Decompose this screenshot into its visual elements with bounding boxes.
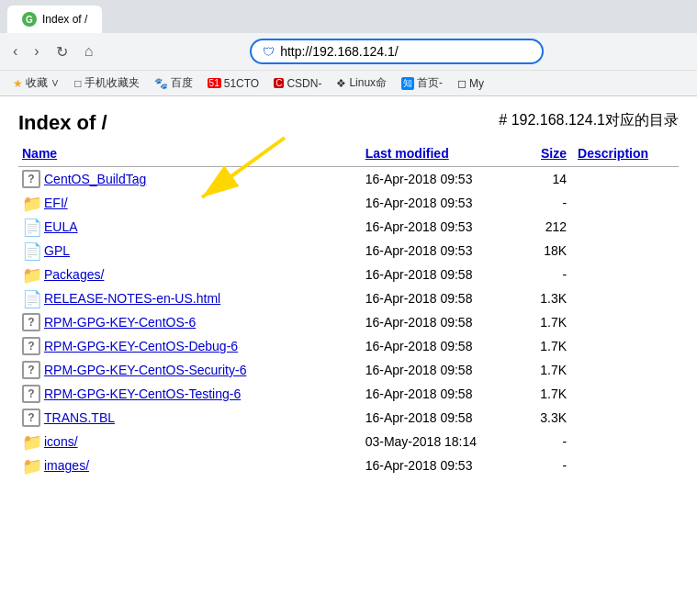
file-size-cell: 1.3K: [526, 286, 574, 310]
file-icon-unknown: ?: [22, 385, 40, 403]
table-row: ? TRANS.TBL 16-Apr-2018 09:58 3.3K: [18, 406, 679, 430]
bookmark-51cto[interactable]: 51 51CTO: [202, 75, 265, 92]
table-row: 📄 RELEASE-NOTES-en-US.html 16-Apr-2018 0…: [18, 286, 679, 310]
table-row: ? RPM-GPG-KEY-CentOS-6 16-Apr-2018 09:58…: [18, 310, 679, 334]
bookmark-label: 首页-: [417, 75, 443, 91]
file-table: Name Last modified Size Description ? Ce…: [18, 142, 679, 477]
file-name-cell: ? TRANS.TBL: [18, 406, 362, 430]
table-row: ? RPM-GPG-KEY-CentOS-Debug-6 16-Apr-2018…: [18, 334, 679, 358]
51cto-icon: 51: [208, 78, 221, 88]
file-modified-cell: 16-Apr-2018 09:53: [362, 191, 526, 215]
file-link[interactable]: icons/: [44, 434, 78, 449]
page-header: Index of / # 192.168.124.1对应的目录: [18, 111, 679, 135]
bookmark-collections[interactable]: ★ 收藏 ∨: [7, 73, 65, 93]
file-icon-folder: 📁: [22, 265, 40, 284]
file-size-cell: -: [526, 263, 574, 286]
file-name-cell: 📄 RELEASE-NOTES-en-US.html: [18, 286, 362, 310]
table-row: ? RPM-GPG-KEY-CentOS-Security-6 16-Apr-2…: [18, 358, 679, 382]
file-size-cell: 1.7K: [526, 382, 574, 406]
file-modified-cell: 16-Apr-2018 09:58: [362, 334, 526, 358]
file-name-cell: ? RPM-GPG-KEY-CentOS-6: [18, 310, 362, 334]
table-header-row: Name Last modified Size Description: [18, 142, 679, 167]
csdn-icon: C: [274, 78, 284, 88]
file-modified-cell: 03-May-2018 18:14: [362, 430, 526, 454]
file-desc-cell: [574, 310, 679, 334]
table-row: 📁 images/ 16-Apr-2018 09:53 -: [18, 454, 679, 477]
file-name-cell: 📄 GPL: [18, 239, 362, 263]
file-icon-unknown: ?: [22, 361, 40, 379]
file-link[interactable]: RPM-GPG-KEY-CentOS-Security-6: [44, 363, 246, 377]
tab-favicon: G: [22, 12, 37, 27]
file-size-cell: 212: [526, 215, 574, 239]
column-size[interactable]: Size: [526, 142, 574, 167]
file-link[interactable]: EULA: [44, 219, 78, 234]
file-link[interactable]: RPM-GPG-KEY-CentOS-Testing-6: [44, 386, 241, 401]
file-modified-cell: 16-Apr-2018 09:58: [362, 406, 526, 430]
file-desc-cell: [574, 454, 679, 477]
file-modified-cell: 16-Apr-2018 09:53: [362, 215, 526, 239]
back-button[interactable]: ‹: [7, 39, 23, 63]
file-size-cell: -: [526, 454, 574, 477]
file-icon-unknown: ?: [22, 409, 40, 427]
file-size-cell: 3.3K: [526, 406, 574, 430]
linux-icon: ❖: [336, 77, 346, 90]
file-icon-folder: 📁: [22, 194, 40, 212]
file-name-cell: ? RPM-GPG-KEY-CentOS-Testing-6: [18, 382, 362, 406]
file-icon-unknown: ?: [22, 170, 40, 188]
file-list: ? CentOS_BuildTag 16-Apr-2018 09:53 14 📁…: [18, 167, 679, 478]
bookmark-baidu[interactable]: 🐾 百度: [149, 73, 198, 93]
file-link[interactable]: RPM-GPG-KEY-CentOS-Debug-6: [44, 339, 238, 353]
bookmark-label: 手机收藏夹: [84, 75, 140, 91]
svg-line-1: [202, 138, 285, 197]
active-tab[interactable]: G Index of /: [7, 6, 102, 33]
file-name-cell: ? RPM-GPG-KEY-CentOS-Debug-6: [18, 334, 362, 358]
file-link[interactable]: images/: [44, 458, 89, 473]
file-size-cell: 14: [526, 167, 574, 192]
file-link[interactable]: Packages/: [44, 267, 104, 282]
file-link[interactable]: EFI/: [44, 196, 68, 210]
column-modified[interactable]: Last modified: [362, 142, 526, 167]
file-link[interactable]: RELEASE-NOTES-en-US.html: [44, 291, 220, 306]
zhihu-icon: 知: [401, 77, 414, 90]
star-icon: ★: [13, 77, 23, 90]
file-link[interactable]: CentOS_BuildTag: [44, 172, 146, 186]
column-description[interactable]: Description: [574, 142, 679, 167]
address-bar[interactable]: 🛡 http://192.168.124.1/: [250, 39, 544, 64]
bookmark-label: 收藏 ∨: [26, 75, 60, 91]
file-desc-cell: [574, 430, 679, 454]
my-icon: ◻: [457, 77, 467, 90]
file-name-cell: 📄 EULA: [18, 215, 362, 239]
page-content: Index of / # 192.168.124.1对应的目录 Name L: [0, 96, 697, 492]
file-icon-unknown: ?: [22, 313, 40, 331]
file-link[interactable]: GPL: [44, 243, 70, 258]
file-desc-cell: [574, 167, 679, 192]
file-icon-folder: 📁: [22, 456, 40, 475]
bookmark-linux[interactable]: ❖ Linux命: [331, 73, 392, 93]
bookmark-my[interactable]: ◻ My: [452, 75, 489, 92]
file-link[interactable]: TRANS.TBL: [44, 410, 115, 425]
file-modified-cell: 16-Apr-2018 09:58: [362, 310, 526, 334]
refresh-button[interactable]: ↻: [51, 39, 73, 64]
forward-button[interactable]: ›: [28, 39, 44, 63]
table-row: ? CentOS_BuildTag 16-Apr-2018 09:53 14: [18, 167, 679, 192]
table-row: 📁 Packages/ 16-Apr-2018 09:58 -: [18, 263, 679, 286]
file-desc-cell: [574, 191, 679, 215]
home-button[interactable]: ⌂: [79, 39, 99, 63]
bookmark-zhihu[interactable]: 知 首页-: [396, 73, 448, 93]
bookmark-label: 百度: [171, 75, 193, 91]
bookmark-csdn[interactable]: C CSDN-: [268, 75, 327, 92]
arrow-annotation: [147, 133, 331, 207]
file-desc-cell: [574, 406, 679, 430]
file-icon-text: 📄: [22, 218, 40, 236]
file-desc-cell: [574, 263, 679, 286]
file-modified-cell: 16-Apr-2018 09:53: [362, 167, 526, 192]
file-name-cell: 📁 icons/: [18, 430, 362, 454]
bookmark-mobile[interactable]: □ 手机收藏夹: [69, 73, 144, 93]
file-link[interactable]: RPM-GPG-KEY-CentOS-6: [44, 315, 196, 330]
file-desc-cell: [574, 215, 679, 239]
file-modified-cell: 16-Apr-2018 09:58: [362, 286, 526, 310]
bookmarks-bar: ★ 收藏 ∨ □ 手机收藏夹 🐾 百度 51 51CTO C CSDN- ❖ L…: [0, 70, 697, 95]
table-row: 📄 EULA 16-Apr-2018 09:53 212: [18, 215, 679, 239]
bookmark-label: CSDN-: [287, 77, 321, 90]
file-size-cell: 1.7K: [526, 358, 574, 382]
